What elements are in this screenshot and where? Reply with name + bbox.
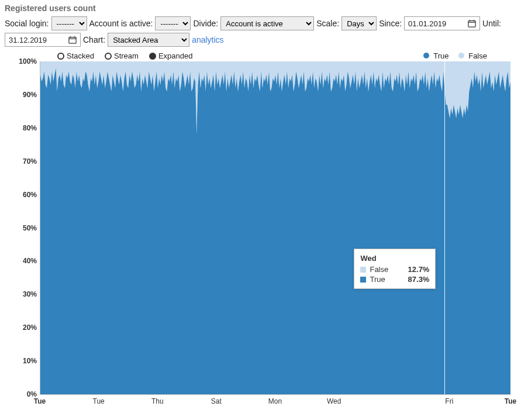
scale-select[interactable]: Days <box>341 16 377 30</box>
legend-item-false[interactable]: False <box>458 51 487 60</box>
y-axis-label: 60% <box>11 191 37 199</box>
x-axis-label: Fri <box>445 397 453 405</box>
chart-type-label: Chart: <box>83 35 105 44</box>
x-axis-label: Tue <box>93 397 105 405</box>
svg-rect-4 <box>69 37 76 44</box>
divide-select[interactable]: Account is active <box>220 16 314 30</box>
x-axis-label: Thu <box>151 397 164 405</box>
y-axis-label: 100% <box>11 57 37 66</box>
until-date-input[interactable]: 31.12.2019 <box>5 33 81 47</box>
legend-swatch-icon <box>423 53 429 58</box>
legend-item-true[interactable]: True <box>423 51 449 60</box>
x-axis-label: Sat <box>211 397 222 405</box>
tooltip-true-value: 87.3% <box>408 275 430 284</box>
view-mode-expanded[interactable]: Expanded <box>149 51 193 60</box>
chart: Wed False 12.7% True 87.3% 0%10%20%30%40… <box>5 61 516 408</box>
social-login-select[interactable]: ------- <box>51 16 87 30</box>
y-axis-label: 10% <box>11 357 37 365</box>
analytics-link[interactable]: analytics <box>192 35 223 44</box>
since-label: Since: <box>379 19 402 28</box>
since-date-input[interactable]: 01.01.2019 <box>404 16 480 30</box>
chart-plot-area[interactable]: Wed False 12.7% True 87.3% 0%10%20%30%40… <box>40 61 510 395</box>
y-axis-label: 40% <box>11 257 37 265</box>
view-mode-stacked[interactable]: Stacked <box>57 51 94 60</box>
tooltip-swatch-icon <box>360 277 366 283</box>
svg-rect-0 <box>468 21 475 27</box>
calendar-icon <box>468 19 476 27</box>
view-mode-label: Stacked <box>67 51 94 60</box>
view-mode-label: Expanded <box>158 51 193 60</box>
legend-label: True <box>433 51 448 60</box>
until-label: Until: <box>482 19 501 28</box>
radio-icon <box>105 53 112 60</box>
filter-bar: Social login: ------- Account is active:… <box>5 16 516 47</box>
y-axis-label: 70% <box>11 157 37 166</box>
social-login-label: Social login: <box>5 19 49 28</box>
hover-guideline <box>444 61 445 394</box>
y-axis-label: 50% <box>11 224 37 232</box>
tooltip-false-label: False <box>370 265 388 274</box>
since-date-value: 01.01.2019 <box>408 19 446 28</box>
series-legend: True False <box>423 51 516 60</box>
x-axis-label: Wed <box>327 397 341 405</box>
area-svg <box>40 61 510 394</box>
x-axis-label: Tue <box>505 397 516 405</box>
tooltip-swatch-icon <box>360 267 366 273</box>
account-active-select[interactable]: ------- <box>155 16 191 30</box>
y-axis-label: 80% <box>11 124 37 132</box>
legend-swatch-icon <box>458 53 464 58</box>
scale-label: Scale: <box>316 19 339 28</box>
y-axis-label: 30% <box>11 290 37 298</box>
account-active-label: Account is active: <box>89 19 153 28</box>
view-mode-stream[interactable]: Stream <box>105 51 139 60</box>
legend-label: False <box>468 51 487 60</box>
tooltip-false-value: 12.7% <box>408 265 430 274</box>
tooltip-true-label: True <box>370 275 385 284</box>
y-axis-label: 20% <box>11 323 37 332</box>
divide-label: Divide: <box>193 19 218 28</box>
until-date-value: 31.12.2019 <box>9 36 47 44</box>
chart-type-select[interactable]: Stacked Area <box>108 33 189 47</box>
x-axis-label: Mon <box>268 397 282 405</box>
page-title: Registered users count <box>5 4 516 13</box>
y-axis-label: 0% <box>11 390 37 398</box>
calendar-icon <box>68 36 77 44</box>
chart-tooltip: Wed False 12.7% True 87.3% <box>354 249 436 289</box>
radio-icon <box>57 53 64 60</box>
radio-icon <box>149 53 156 60</box>
x-axis-label: Tue <box>34 397 46 405</box>
view-mode-label: Stream <box>114 51 139 60</box>
area-series-true <box>40 68 510 394</box>
x-axis: TueTueThuSatMonWedFriTue <box>40 395 510 408</box>
tooltip-day: Wed <box>360 254 429 263</box>
y-axis-label: 90% <box>11 91 37 99</box>
